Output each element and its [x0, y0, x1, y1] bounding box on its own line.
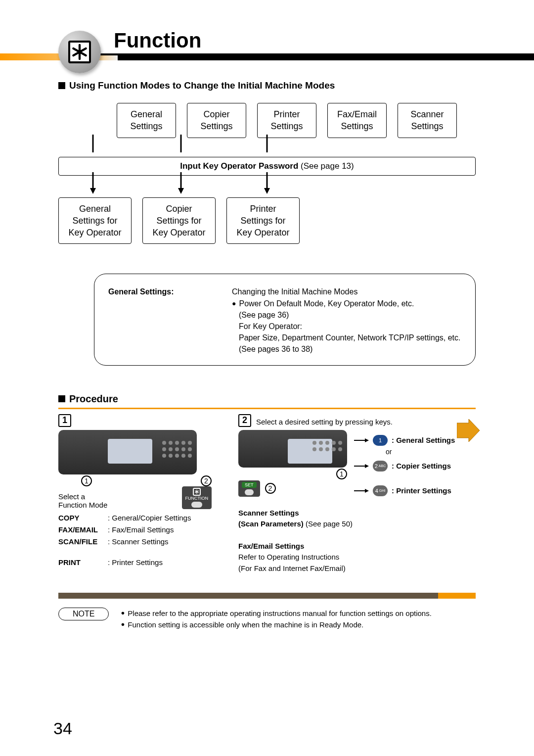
or-label: or: [386, 448, 476, 456]
fax-email-settings-note: Fax/Email Settings Refer to Operating In…: [238, 541, 476, 574]
callout-2-icon: 2: [201, 475, 212, 486]
svg-marker-12: [365, 438, 369, 442]
password-bar: Input Key Operator Password (See page 13…: [58, 157, 476, 176]
section-heading: Using Function Modes to Change the Initi…: [58, 80, 534, 91]
step2-intro: Select a desired setting by pressing key…: [256, 418, 393, 426]
key-general-settings: 1 : General Settings: [354, 435, 476, 446]
set-key-icon: SET: [238, 480, 260, 497]
procedure-body: 1 1 2 Select aFunction Mode FUNCTION COP…: [58, 414, 476, 574]
box-copier-keyop: CopierSettings forKey Operator: [142, 197, 216, 244]
page-header: Function: [0, 0, 534, 60]
general-settings-detail: General Settings: Changing the Initial M…: [94, 274, 476, 365]
square-bullet-icon: [58, 395, 65, 402]
svg-marker-14: [365, 464, 369, 468]
detail-label: General Settings:: [108, 286, 207, 355]
select-mode-label: Select aFunction Mode: [58, 492, 107, 509]
flow-diagram: GeneralSettings CopierSettings PrinterSe…: [58, 103, 476, 244]
asterisk-icon: [58, 31, 101, 73]
svg-marker-8: [264, 188, 270, 194]
key-printer-settings: 4GHI : Printer Settings: [354, 485, 476, 496]
note-list: ●Please refer to the appropriate operati…: [121, 608, 476, 631]
square-bullet-icon: [58, 82, 65, 89]
numkey-2-icon: 2ABC: [373, 461, 388, 472]
box-copier-settings: CopierSettings: [187, 103, 246, 138]
box-printer-settings: PrinterSettings: [257, 103, 316, 138]
procedure-step-1: 1 1 2 Select aFunction Mode FUNCTION COP…: [58, 414, 212, 574]
control-panel-image: [58, 430, 197, 474]
function-mode-list: COPY: General/Copier Settings FAX/EMAIL:…: [58, 512, 212, 568]
control-panel-image: [238, 430, 347, 468]
procedure-step-2: 2 Select a desired setting by pressing k…: [238, 414, 476, 574]
step-number-2: 2: [238, 414, 251, 427]
box-general-settings: GeneralSettings: [117, 103, 176, 138]
callout-1-icon: 1: [81, 475, 92, 486]
box-printer-keyop: PrinterSettings forKey Operator: [226, 197, 300, 244]
numkey-4-icon: 4GHI: [373, 485, 388, 496]
settings-row-keyop: GeneralSettings forKey Operator CopierSe…: [58, 197, 476, 244]
detail-text: Changing the Initial Machine Modes ●Powe…: [232, 286, 461, 355]
key-copier-settings: 2ABC : Copier Settings: [354, 461, 476, 472]
svg-marker-6: [178, 188, 184, 194]
section-divider: [58, 593, 476, 599]
bullet-icon: ●: [121, 619, 125, 630]
box-general-keyop: GeneralSettings forKey Operator: [58, 197, 132, 244]
procedure-heading: Procedure: [58, 393, 476, 409]
callout-2-icon: 2: [265, 483, 276, 494]
scanner-settings-note: Scanner Settings (Scan Parameters) (See …: [238, 508, 476, 530]
settings-row-top: GeneralSettings CopierSettings PrinterSe…: [117, 103, 417, 138]
svg-marker-16: [365, 489, 369, 493]
function-key-icon: FUNCTION: [182, 486, 212, 509]
page-number: 34: [53, 719, 72, 738]
svg-marker-4: [90, 188, 96, 194]
page-title: Function: [114, 29, 201, 52]
section-heading-text: Using Function Modes to Change the Initi…: [69, 80, 335, 91]
bullet-icon: ●: [121, 608, 125, 619]
callout-1-icon: 1: [336, 469, 347, 479]
box-scanner-settings: ScannerSettings: [398, 103, 457, 138]
note-label: NOTE: [58, 608, 109, 620]
box-fax-email-settings: Fax/EmailSettings: [327, 103, 387, 138]
step-number-1: 1: [58, 414, 71, 427]
numkey-1-icon: 1: [373, 435, 388, 446]
bullet-icon: ●: [232, 298, 236, 309]
note-block: NOTE ●Please refer to the appropriate op…: [58, 608, 476, 631]
